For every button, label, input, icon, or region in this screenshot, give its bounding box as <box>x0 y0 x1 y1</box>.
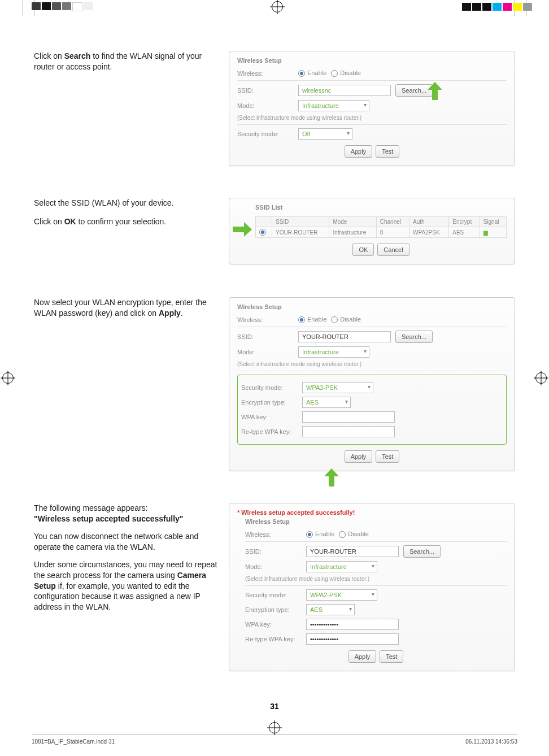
encryption-type-select[interactable]: AES <box>306 604 355 615</box>
cell-mode: Infrastructure <box>329 227 376 238</box>
disable-label: Disable <box>340 316 361 323</box>
radio-disable[interactable] <box>331 70 338 77</box>
radio-ssid-row[interactable] <box>259 229 266 236</box>
arrow-up-icon <box>429 82 441 101</box>
test-button[interactable]: Test <box>376 145 399 158</box>
enable-label: Enable <box>315 531 334 537</box>
mode-hint: (Select infrastructure mode using wirele… <box>237 115 507 121</box>
th-auth: Auth <box>409 217 449 227</box>
ssid-list-panel: SSID List SSID Mode Channel Auth Encrypt… <box>229 198 515 264</box>
step-3: Now select your WLAN encryption type, en… <box>34 297 515 471</box>
apply-button[interactable]: Apply <box>345 145 373 158</box>
success-message: * Wireless setup accepted successfully! <box>237 509 507 516</box>
text-bold: Camera <box>177 571 206 580</box>
ssid-input[interactable]: wirelessnc <box>298 85 391 96</box>
test-button[interactable]: Test <box>376 450 399 463</box>
mode-select[interactable]: Infrastructure <box>298 346 369 358</box>
radio-enable[interactable] <box>298 316 305 323</box>
retype-wpa-key-input[interactable] <box>302 426 395 437</box>
ssid-input[interactable]: YOUR-ROUTER <box>298 331 391 342</box>
wpa-key-input[interactable]: ••••••••••••• <box>306 619 399 630</box>
radio-enable[interactable] <box>306 531 313 538</box>
ssid-table: SSID Mode Channel Auth Encrypt Signal YO… <box>255 216 507 238</box>
step-1-text: Click on Search to find the WLAN signal … <box>34 51 217 72</box>
registration-mark-icon <box>272 1 283 12</box>
wpa-key-label: WPA key: <box>245 621 302 628</box>
wireless-label: Wireless: <box>245 531 302 538</box>
footer-meta: 1081=BA_IP_StableCam.indd 31 06.11.2013 … <box>32 738 517 745</box>
mode-hint: (Select infrastructure mode using wirele… <box>237 361 507 367</box>
step-4: The following message appears: "Wireless… <box>34 503 515 671</box>
th-mode: Mode <box>329 217 376 227</box>
th-signal: Signal <box>480 217 506 227</box>
apply-button[interactable]: Apply <box>348 650 377 663</box>
security-mode-select[interactable]: WPA2-PSK <box>306 589 377 601</box>
disable-label: Disable <box>348 531 369 537</box>
disable-label: Disable <box>340 69 361 76</box>
registration-mark-icon <box>2 372 14 384</box>
security-mode-select[interactable]: Off <box>298 128 352 140</box>
mode-select[interactable]: Infrastructure <box>298 100 369 111</box>
panel-title: Wireless Setup <box>237 57 507 64</box>
enable-label: Enable <box>307 69 326 76</box>
radio-enable[interactable] <box>298 70 305 77</box>
footer-file: 1081=BA_IP_StableCam.indd 31 <box>32 738 115 745</box>
text-bold: OK <box>64 217 76 226</box>
footer-date: 06.11.2013 14:36:53 <box>465 738 517 745</box>
panel-title: SSID List <box>255 204 507 211</box>
ok-button[interactable]: OK <box>352 244 374 256</box>
step-1: Click on Search to find the WLAN signal … <box>34 51 515 166</box>
apply-button[interactable]: Apply <box>345 450 373 463</box>
registration-mark-icon <box>269 722 280 733</box>
retype-wpa-key-label: Re-type WPA key: <box>241 428 298 435</box>
cancel-button[interactable]: Cancel <box>377 244 409 256</box>
wpa-key-label: WPA key: <box>241 414 298 420</box>
step-2-text: Select the SSID (WLAN) of your device. C… <box>34 198 217 227</box>
search-button[interactable]: Search... <box>403 545 441 558</box>
text: . <box>181 309 183 318</box>
page: Click on Search to find the WLAN signal … <box>0 0 549 756</box>
security-mode-select[interactable]: WPA2-PSK <box>302 382 373 393</box>
ssid-label: SSID: <box>237 87 294 94</box>
text-bold: Setup <box>34 581 56 590</box>
registration-top <box>0 0 549 14</box>
th-encrypt: Encrypt <box>449 217 480 227</box>
radio-disable[interactable] <box>331 316 338 323</box>
mode-label: Mode: <box>237 102 294 109</box>
text: Click on <box>34 217 64 226</box>
mode-label: Mode: <box>245 563 302 570</box>
arrow-right-icon <box>233 223 252 236</box>
ssid-input[interactable]: YOUR-ROUTER <box>306 546 399 557</box>
arrow-up-icon <box>325 468 338 488</box>
retype-wpa-key-label: Re-type WPA key: <box>245 636 302 642</box>
text: to confirm your selection. <box>76 217 167 226</box>
encryption-type-select[interactable]: AES <box>302 397 351 408</box>
wireless-setup-panel: * Wireless setup accepted successfully! … <box>229 503 515 671</box>
signal-icon: ▆ <box>483 229 488 236</box>
wpa-key-input[interactable] <box>302 411 395 423</box>
retype-wpa-key-input[interactable]: ••••••••••••• <box>306 633 399 645</box>
wireless-label: Wireless: <box>237 70 294 77</box>
page-number: 31 <box>0 702 549 711</box>
mode-select[interactable]: Infrastructure <box>306 561 377 572</box>
ssid-label: SSID: <box>237 333 294 340</box>
cell-channel: 8 <box>376 227 409 238</box>
search-button[interactable]: Search... <box>395 331 433 343</box>
text: Select the SSID (WLAN) of your device. <box>34 198 217 208</box>
wireless-label: Wireless: <box>237 316 294 323</box>
wireless-setup-panel: Wireless Setup Wireless: Enable Disable … <box>229 297 515 471</box>
mode-hint: (Select infrastructure mode using wirele… <box>245 576 507 582</box>
encryption-type-label: Encryption type: <box>241 399 298 406</box>
text: if, for example, you wanted to edit the … <box>34 581 201 612</box>
radio-disable[interactable] <box>339 531 346 538</box>
security-mode-label: Security mode: <box>237 131 294 137</box>
step-3-text: Now select your WLAN encryption type, en… <box>34 297 217 319</box>
enable-label: Enable <box>307 316 326 323</box>
ssid-row[interactable]: YOUR-ROUTER Infrastructure 8 WPA2PSK AES… <box>256 227 507 238</box>
test-button[interactable]: Test <box>380 650 403 663</box>
cell-ssid: YOUR-ROUTER <box>272 227 329 238</box>
cell-encrypt: AES <box>449 227 480 238</box>
panel-title: Wireless Setup <box>237 303 507 310</box>
security-mode-label: Security mode: <box>241 384 298 391</box>
th-ssid: SSID <box>272 217 329 227</box>
